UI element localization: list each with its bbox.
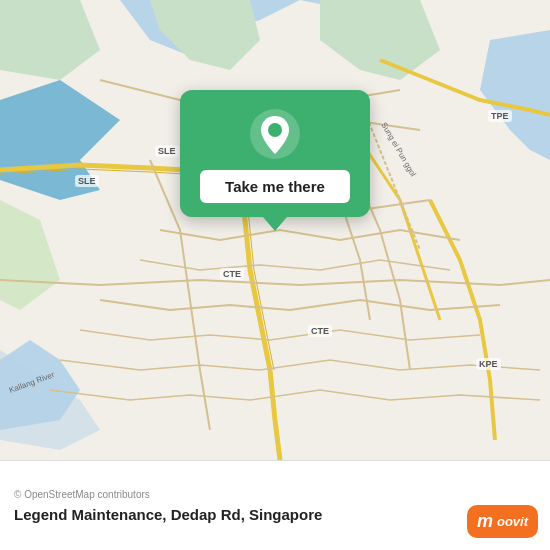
road-label-tpe: TPE [488, 110, 512, 122]
take-me-there-button[interactable]: Take me there [200, 170, 350, 203]
road-label-sle1: SLE [75, 175, 99, 187]
moovit-text: oovit [497, 514, 528, 529]
svg-point-3 [268, 123, 282, 137]
bottom-bar: © OpenStreetMap contributors Legend Main… [0, 460, 550, 550]
location-name: Legend Maintenance, Dedap Rd, Singapore [14, 506, 536, 523]
moovit-logo: m oovit [467, 505, 538, 538]
location-pin-icon [249, 108, 301, 160]
popup-card: Take me there [180, 90, 370, 217]
road-label-sle2: SLE [155, 145, 179, 157]
moovit-m: m [477, 511, 493, 532]
road-label-cte1: CTE [220, 268, 244, 280]
road-label-kpe: KPE [476, 358, 501, 370]
attribution-text: © OpenStreetMap contributors [14, 489, 536, 500]
road-label-cte2: CTE [308, 325, 332, 337]
map-container: SLE SLE TPE CTE CTE KPE Sung ei Pun ggol… [0, 0, 550, 460]
